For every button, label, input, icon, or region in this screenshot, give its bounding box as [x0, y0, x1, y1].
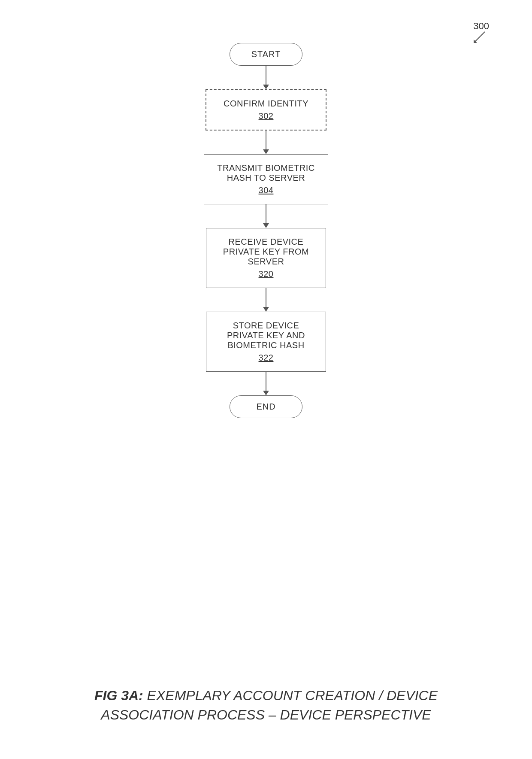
- arrow-head: [263, 307, 269, 312]
- node-transmit-biometric: TRANSMIT BIOMETRICHASH TO SERVER 304: [204, 154, 328, 204]
- node-store-key-label: 322: [219, 353, 313, 363]
- node-confirm-identity-text: CONFIRM IDENTITY: [224, 99, 308, 108]
- arrow-start-to-confirm: [263, 66, 269, 89]
- page-container: 300 START CONFIRM IDENTITY 302 TRANSMIT …: [0, 0, 532, 759]
- node-end: END: [230, 395, 302, 418]
- arrow-receive-to-store: [263, 288, 269, 312]
- arrow-store-to-end: [263, 372, 269, 395]
- arrow-line: [266, 204, 266, 223]
- node-receive-key-text: RECEIVE DEVICEPRIVATE KEY FROMSERVER: [223, 237, 309, 266]
- arrow-head: [263, 85, 269, 89]
- caption-fig-label: FIG 3A:: [94, 688, 143, 703]
- arrow-confirm-to-transmit: [263, 131, 269, 154]
- node-start: START: [230, 43, 303, 66]
- arrow-head: [263, 223, 269, 228]
- figure-number: 300: [473, 21, 489, 32]
- node-transmit-biometric-text: TRANSMIT BIOMETRICHASH TO SERVER: [217, 163, 315, 182]
- arrow-line: [266, 131, 266, 149]
- arrow-line: [266, 66, 266, 85]
- node-end-text: END: [256, 402, 275, 411]
- node-transmit-biometric-label: 304: [217, 185, 315, 195]
- figure-caption: FIG 3A: EXEMPLARY ACCOUNT CREATION / DEV…: [73, 686, 459, 725]
- node-confirm-identity: CONFIRM IDENTITY 302: [206, 89, 326, 131]
- node-store-key: STORE DEVICEPRIVATE KEY ANDBIOMETRIC HAS…: [206, 312, 326, 372]
- node-start-text: START: [251, 49, 281, 59]
- arrow-head: [263, 391, 269, 395]
- caption-text-line1: EXEMPLARY ACCOUNT CREATION / DEVICEASSOC…: [101, 688, 438, 723]
- figure-number-arrow-icon: [473, 31, 486, 44]
- arrow-line: [266, 372, 266, 391]
- node-store-key-text: STORE DEVICEPRIVATE KEY ANDBIOMETRIC HAS…: [227, 321, 305, 350]
- arrow-line: [266, 288, 266, 307]
- svg-line-0: [475, 32, 485, 42]
- flowchart: START CONFIRM IDENTITY 302 TRANSMIT BIOM…: [159, 43, 373, 418]
- node-confirm-identity-label: 302: [224, 111, 308, 121]
- caption-title: FIG 3A: EXEMPLARY ACCOUNT CREATION / DEV…: [73, 686, 459, 725]
- arrow-head: [263, 149, 269, 154]
- node-receive-key: RECEIVE DEVICEPRIVATE KEY FROMSERVER 320: [206, 228, 326, 288]
- node-receive-key-label: 320: [219, 269, 313, 279]
- arrow-transmit-to-receive: [263, 204, 269, 228]
